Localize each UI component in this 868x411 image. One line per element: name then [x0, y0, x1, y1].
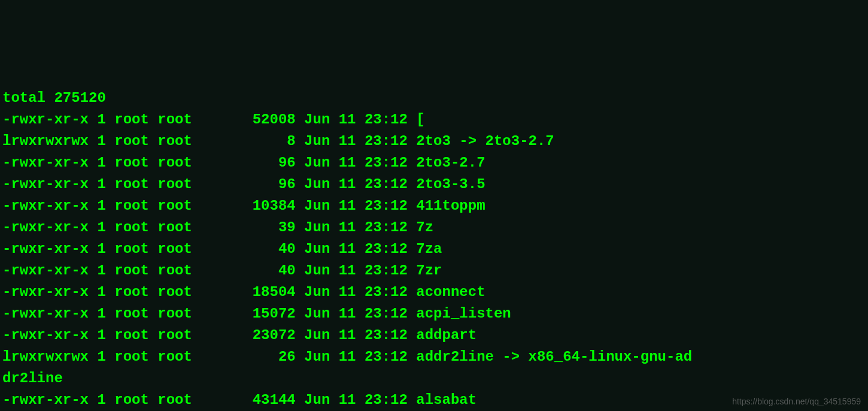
file-line: dr2line — [2, 370, 63, 386]
file-line: -rwxr-xr-x 1 root root 40 Jun 11 23:12 7… — [2, 241, 442, 257]
file-line: lrwxrwxrwx 1 root root 8 Jun 11 23:12 2t… — [2, 133, 554, 149]
file-line: -rwxr-xr-x 1 root root 40 Jun 11 23:12 7… — [2, 262, 442, 279]
file-line: -rwxr-xr-x 1 root root 96 Jun 11 23:12 2… — [2, 155, 485, 171]
file-line: -rwxr-xr-x 1 root root 39 Jun 11 23:12 7… — [2, 219, 433, 235]
file-line: -rwxr-xr-x 1 root root 15072 Jun 11 23:1… — [2, 306, 511, 322]
file-line: -rwxr-xr-x 1 root root 18504 Jun 11 23:1… — [2, 284, 485, 300]
file-line: -rwxr-xr-x 1 root root 23072 Jun 11 23:1… — [2, 327, 477, 343]
file-line: -rwxr-xr-x 1 root root 96 Jun 11 23:12 2… — [2, 176, 485, 192]
file-line: -rwxr-xr-x 1 root root 10384 Jun 11 23:1… — [2, 198, 485, 214]
watermark: https://blog.csdn.net/qq_34515959 — [732, 397, 861, 406]
terminal-output: total 275120 -rwxr-xr-x 1 root root 5200… — [0, 65, 868, 411]
file-line: lrwxrwxrwx 1 root root 26 Jun 11 23:12 a… — [2, 349, 692, 365]
file-line: -rwxr-xr-x 1 root root 52008 Jun 11 23:1… — [2, 111, 425, 128]
file-line: -rwxr-xr-x 1 root root 43144 Jun 11 23:1… — [2, 392, 477, 408]
total-line: total 275120 — [2, 90, 106, 106]
